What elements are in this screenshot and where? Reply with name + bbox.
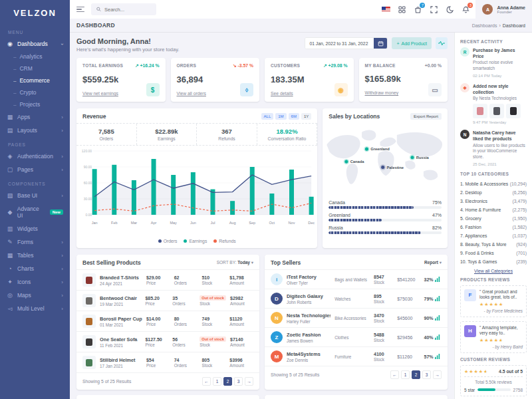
- results-summary: Showing 5 of 25 Results: [271, 372, 319, 377]
- sort-by-control[interactable]: SORT BY: Today ▾: [217, 260, 253, 265]
- category-row[interactable]: 5. Grocery (1,950): [460, 214, 527, 223]
- category-row[interactable]: 3. Electronics (3,479): [460, 197, 527, 205]
- breadcrumb-root[interactable]: Dashboards: [472, 23, 497, 28]
- page-button[interactable]: 1: [213, 377, 221, 386]
- page-button[interactable]: 2: [223, 377, 232, 386]
- sidebar-item-authentication[interactable]: ◈Authentication›: [0, 150, 70, 163]
- revenue-stat-value: 367: [198, 128, 255, 135]
- category-row[interactable]: 10. Toys & Games (239): [460, 257, 527, 266]
- page-button[interactable]: 3: [422, 370, 431, 379]
- stat-link[interactable]: View all orders: [177, 91, 206, 96]
- sidebar-item-dashboards[interactable]: ◉Dashboards›: [0, 37, 70, 51]
- table-row[interactable]: N Nesta Technologies Harley Fuller Bike …: [265, 308, 448, 327]
- map-marker-greenland[interactable]: [365, 148, 368, 151]
- legend-item[interactable]: Earnings: [184, 239, 207, 243]
- sidebar-item-pages[interactable]: ▢Pages›: [0, 163, 70, 176]
- stat-link[interactable]: See details: [271, 91, 293, 96]
- sidebar-item-layouts[interactable]: ▤Layouts›: [0, 124, 70, 137]
- menu-toggle-icon[interactable]: [76, 7, 84, 13]
- language-flag-icon[interactable]: [382, 5, 390, 14]
- table-row[interactable]: Bentwood Chair 19 Mar 2021 $85.20Price 3…: [76, 290, 259, 311]
- apps-grid-icon[interactable]: [398, 5, 406, 14]
- category-row[interactable]: 7. Appliances (1,037): [460, 231, 527, 240]
- range-button[interactable]: 1Y: [301, 113, 311, 120]
- add-product-button[interactable]: +Add Product: [392, 37, 432, 49]
- export-report-button[interactable]: Export Report: [410, 113, 442, 120]
- notifications-bell-icon[interactable]: 3: [462, 5, 470, 14]
- stat-link[interactable]: Withdraw money: [365, 90, 399, 95]
- calendar-button[interactable]: [374, 38, 387, 49]
- category-row[interactable]: 1. Mobile & Accessories (10,294): [460, 180, 527, 188]
- stat-change-badge: -3.57 %: [233, 63, 253, 68]
- sidebar-item-charts[interactable]: ◔Charts›: [0, 262, 70, 275]
- sidebar-item-projects[interactable]: Projects: [0, 98, 70, 110]
- sidebar-item-apps[interactable]: ▦Apps›: [0, 110, 70, 124]
- page-button[interactable]: ←: [390, 370, 399, 379]
- page-button[interactable]: →: [433, 370, 442, 379]
- sidebar-item-base-ui[interactable]: ▧Base UI›: [0, 189, 70, 202]
- sidebar-item-icons[interactable]: ✦Icons›: [0, 275, 70, 289]
- category-row[interactable]: 6. Fashion (1,582): [460, 223, 527, 231]
- fullscreen-icon[interactable]: [430, 5, 438, 14]
- range-button[interactable]: ALL: [261, 113, 274, 120]
- review-card[interactable]: F " Great product and looks great, lots …: [460, 285, 527, 317]
- page-button[interactable]: ←: [202, 377, 211, 386]
- product-image[interactable]: [473, 104, 487, 118]
- map-marker-palestine[interactable]: [381, 166, 384, 169]
- sidebar-item-crm[interactable]: CRM: [0, 63, 70, 74]
- date-range-picker[interactable]: [305, 37, 388, 49]
- table-row[interactable]: D Digitech Galaxy John Roberts Watches 8…: [265, 289, 448, 308]
- cart-icon[interactable]: 7: [414, 5, 422, 14]
- table-row[interactable]: Borosil Paper Cup 01 Mar 2021 $14.00Pric…: [76, 311, 259, 331]
- product-image[interactable]: [506, 104, 521, 118]
- sidebar-item-crypto[interactable]: Crypto: [0, 86, 70, 98]
- table-row[interactable]: M Meta4Systems Zoe Dennis Furniture 4100…: [265, 346, 448, 366]
- cart-count-badge: 7: [420, 3, 425, 8]
- map-marker-russia[interactable]: [411, 156, 414, 159]
- table-row[interactable]: One Seater Sofa 11 Feb 2021 $127.50Price…: [76, 331, 259, 352]
- world-map[interactable]: CanadaGreenlandRussiaPalestine: [323, 123, 448, 198]
- sidebar-item-forms[interactable]: ✎Forms›: [0, 235, 70, 249]
- table-row[interactable]: Z Zoetic Fashion James Bowen Clothes 548…: [265, 327, 448, 346]
- review-card[interactable]: H " Amazing template, very easy to.. ★★★…: [460, 321, 527, 353]
- page-button[interactable]: 1: [401, 370, 410, 379]
- category-row[interactable]: 8. Beauty, Toys & More (924): [460, 240, 527, 249]
- brand-logo[interactable]: VELZON: [0, 0, 70, 25]
- revenue-chart[interactable]: 0.0030.0060.0090.00120.00JanFebMarAprMay…: [76, 146, 317, 236]
- legend-item[interactable]: Refunds: [213, 239, 235, 243]
- report-control[interactable]: Report ▾: [424, 260, 442, 265]
- page-button[interactable]: →: [245, 377, 253, 386]
- table-row[interactable]: Branded T-Shirts 24 Apr 2021 $29.00Price…: [76, 269, 259, 290]
- page-button[interactable]: 3: [234, 377, 243, 386]
- sidebar-item-maps[interactable]: ◎Maps›: [0, 289, 70, 302]
- category-row[interactable]: 2. Desktop (6,256): [460, 188, 527, 197]
- sidebar-item-tables[interactable]: ▦Tables›: [0, 249, 70, 262]
- table-row[interactable]: Stillbird Helmet 17 Jan 2021 $54Price 74…: [76, 352, 259, 372]
- category-row[interactable]: 9. Food & Drinks (701): [460, 249, 527, 257]
- sidebar-item-widgets[interactable]: ▥Widgets: [0, 222, 70, 235]
- search-box[interactable]: [91, 3, 156, 15]
- revenue-stat-label: Orders: [78, 136, 135, 141]
- stat-icon: $: [146, 83, 160, 96]
- sidebar-item-analytics[interactable]: Analytics: [0, 51, 70, 63]
- dark-mode-icon[interactable]: [446, 5, 454, 14]
- page-button[interactable]: 2: [412, 370, 420, 379]
- map-marker-canada[interactable]: [345, 160, 348, 164]
- user-menu[interactable]: A Anna Adame Founder: [475, 0, 532, 19]
- range-button[interactable]: 6M: [289, 113, 299, 120]
- page-title: DASHBOARD: [76, 22, 115, 29]
- legend-item[interactable]: Orders: [158, 239, 178, 243]
- product-image[interactable]: [489, 104, 504, 118]
- sidebar-item-multi-level[interactable]: ◅Multi Level›: [0, 302, 70, 315]
- range-button[interactable]: 1M: [275, 113, 286, 120]
- sidebar-item-ecommerce[interactable]: Ecommerce: [0, 74, 70, 86]
- date-range-input[interactable]: [305, 38, 374, 49]
- sidebar-item-advance-ui[interactable]: ◆Advance UINew: [0, 202, 70, 222]
- stat-link[interactable]: View net earnings: [82, 91, 118, 96]
- table-row[interactable]: i iTest Factory Oliver Tyler Bags and Wa…: [265, 269, 448, 289]
- activity-pulse-button[interactable]: [436, 37, 448, 49]
- view-all-categories-link[interactable]: View all Categories: [460, 269, 527, 273]
- search-input[interactable]: [104, 7, 151, 13]
- stat-icon: ⬨: [240, 83, 253, 96]
- category-row[interactable]: 4. Home & Furniture (2,275): [460, 205, 527, 214]
